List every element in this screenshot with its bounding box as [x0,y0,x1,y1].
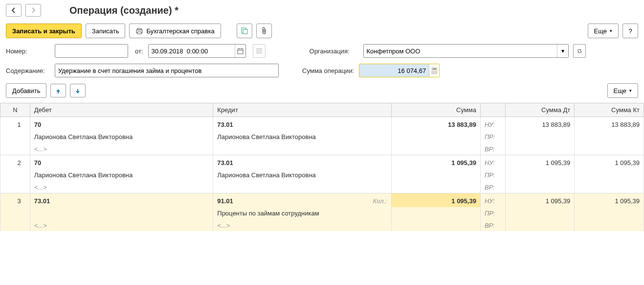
date-picker-button[interactable] [235,45,245,57]
calculator-icon [432,68,437,74]
org-field[interactable]: ▾ [363,44,569,58]
svg-point-19 [435,72,436,73]
svg-rect-2 [137,32,141,34]
arrow-left-icon [10,7,17,14]
col-credit[interactable]: Кредит [213,103,391,117]
nav-back-button[interactable] [6,4,22,17]
cell-credit-sub[interactable]: <...> [213,219,391,231]
document-icon [241,27,248,35]
sum-input[interactable] [359,64,429,77]
svg-rect-1 [137,28,141,30]
content-input[interactable] [55,64,278,77]
svg-point-17 [433,72,434,73]
cell-sum-kt[interactable]: 1 095,39 [575,155,644,169]
cell-nu-label: НУ: [480,117,505,131]
table-more-button[interactable]: Еще [607,83,638,98]
cell-credit-name[interactable]: Ларионова Светлана Викторовна [213,131,391,143]
cell-sum-dt[interactable]: 1 095,39 [505,155,575,169]
cell-sum[interactable]: 13 883,89 [391,117,480,131]
cell-debit-acc[interactable]: 73.01 [30,193,213,208]
form-row-content: Содержание: Сумма операции: [0,61,644,80]
cell-debit-sub[interactable]: <...> [30,143,213,155]
date-input[interactable] [149,45,235,57]
from-label: от: [135,48,143,55]
org-input[interactable] [364,45,557,57]
form-row-number: Номер: от: Организация: ▾ [0,41,644,61]
table-row-sub2[interactable]: <...> ВР: [0,181,644,193]
move-down-button[interactable] [70,84,86,97]
navigation-bar: Операция (создание) * [0,0,644,21]
cell-sum[interactable]: 1 095,39 [391,155,480,169]
entries-table: N Дебет Кредит Сумма Сумма Дт Сумма Кт 1… [0,103,644,231]
table-row-sub[interactable]: Проценты по займам сотрудникам ПР: [0,207,644,219]
sum-field[interactable] [359,64,440,77]
table-row[interactable]: 2 70 73.01 1 095,39 НУ: 1 095,39 1 095,3… [0,155,644,169]
registers-button[interactable] [237,24,252,38]
org-dropdown-button[interactable]: ▾ [557,45,568,57]
sum-label: Сумма операции: [302,67,354,74]
cell-vr-label: ВР: [480,219,505,231]
table-row-sub2[interactable]: <...> ВР: [0,143,644,155]
cell-sum-kt[interactable]: 1 095,39 [575,193,644,208]
save-and-close-button[interactable]: Записать и закрыть [6,24,82,38]
col-n[interactable]: N [0,103,30,117]
cell-credit-acc[interactable]: 91.01Кол.: [213,193,391,208]
cell-sum[interactable]: 1 095,39 [391,193,480,208]
cell-debit-sub[interactable]: <...> [30,181,213,193]
date-field[interactable] [148,44,246,58]
col-sum-dt[interactable]: Сумма Дт [505,103,575,117]
cell-debit-acc[interactable]: 70 [30,155,213,169]
list-button[interactable] [253,44,266,58]
nav-forward-button[interactable] [25,4,41,17]
cell-credit-name[interactable]: Проценты по займам сотрудникам [213,207,391,219]
cell-debit-name[interactable]: Ларионова Светлана Викторовна [30,131,213,143]
cell-credit-acc[interactable]: 73.01 [213,155,391,169]
org-open-button[interactable] [573,44,586,58]
save-button[interactable]: Записать [86,24,126,38]
cell-n: 3 [0,193,30,208]
calendar-icon [237,48,244,54]
col-sum[interactable]: Сумма [391,103,480,117]
cell-pr-label: ПР: [480,131,505,143]
more-button[interactable]: Еще [588,24,619,38]
help-button[interactable]: ? [622,24,638,38]
svg-point-18 [434,72,435,73]
cell-debit-name[interactable] [30,207,213,219]
cell-credit-acc[interactable]: 73.01 [213,117,391,131]
org-label: Организация: [310,48,358,55]
cell-credit-sub[interactable] [213,143,391,155]
move-up-button[interactable] [50,84,66,97]
attachment-button[interactable] [256,24,272,38]
cell-debit-sub[interactable]: <...> [30,219,213,231]
arrow-up-icon [55,88,61,94]
list-icon [256,48,262,53]
svg-point-15 [434,71,435,71]
cell-sum-dt[interactable]: 1 095,39 [505,193,575,208]
cell-credit-sub[interactable] [213,181,391,193]
table-row-sub2[interactable]: <...> <...> ВР: [0,219,644,231]
cell-vr-label: ВР: [480,181,505,193]
cell-debit-name[interactable]: Ларионова Светлана Викторовна [30,169,213,181]
table-row[interactable]: 3 73.01 91.01Кол.: 1 095,39 НУ: 1 095,39… [0,193,644,208]
table-row-sub[interactable]: Ларионова Светлана Викторовна Ларионова … [0,131,644,143]
table-row[interactable]: 1 70 73.01 13 883,89 НУ: 13 883,89 13 88… [0,117,644,131]
number-input[interactable] [55,45,128,57]
paperclip-icon [261,27,267,35]
table-header: N Дебет Кредит Сумма Сумма Дт Сумма Кт [0,103,644,117]
report-label: Бухгалтерская справка [146,27,214,35]
cell-sum-dt[interactable]: 13 883,89 [505,117,575,131]
content-field[interactable] [55,64,279,77]
cell-sum-kt[interactable]: 13 883,89 [575,117,644,131]
accounting-report-button[interactable]: Бухгалтерская справка [129,24,221,38]
cell-credit-name[interactable]: Ларионова Светлана Викторовна [213,169,391,181]
cell-debit-acc[interactable]: 70 [30,117,213,131]
col-debit[interactable]: Дебет [30,103,213,117]
svg-point-16 [435,71,436,71]
table-row-sub[interactable]: Ларионова Светлана Викторовна Ларионова … [0,169,644,181]
col-sum-kt[interactable]: Сумма Кт [575,103,644,117]
number-field[interactable] [55,44,128,58]
printer-icon [135,27,143,34]
add-row-button[interactable]: Добавить [6,83,46,98]
page-title: Операция (создание) * [69,5,178,16]
calculator-button[interactable] [429,64,439,77]
